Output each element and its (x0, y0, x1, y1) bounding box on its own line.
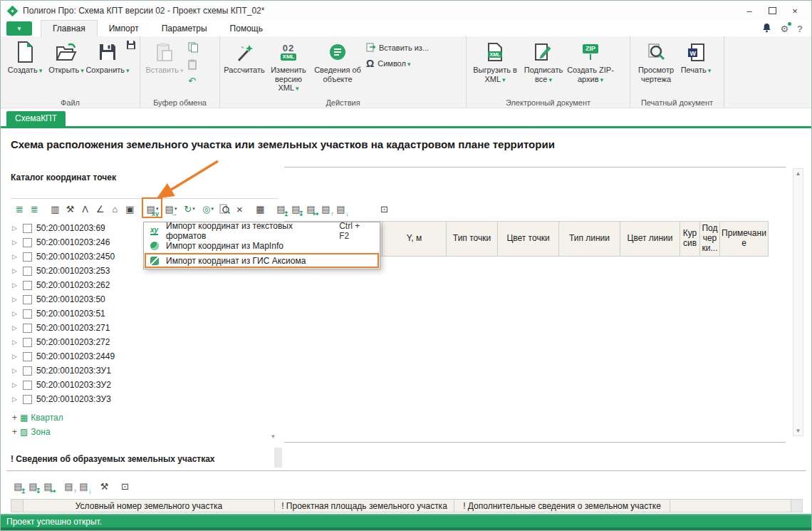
expander-icon[interactable]: ▷ (12, 367, 19, 374)
plus-icon[interactable]: + (12, 427, 17, 437)
checkbox[interactable] (23, 295, 32, 304)
bell-icon[interactable] (762, 23, 771, 35)
change-xml-version-button[interactable]: 02XML Изменить версию XML (265, 38, 312, 93)
tree-item[interactable]: ▷50:20:0010203:51 (12, 306, 266, 321)
insert-from-button[interactable]: Вставить из... (366, 42, 429, 53)
paste-special-icon[interactable] (188, 59, 199, 72)
refresh-button[interactable]: ↻▾ (180, 201, 199, 217)
print-button[interactable]: W Печать (678, 38, 714, 75)
tree-item[interactable]: ▷50:20:0010203:272 (12, 335, 266, 349)
tab-pomosch[interactable]: Помощь (219, 21, 274, 36)
divider-compass-icon[interactable]: Λ (78, 201, 93, 217)
measure-icon[interactable]: ∠ (93, 201, 108, 217)
help-icon[interactable]: ? (797, 24, 803, 34)
sorted-list-icon[interactable]: ≣ (27, 201, 42, 217)
move-row-down-button[interactable]: ▤↓ (76, 478, 91, 494)
quick-save-icon[interactable] (126, 40, 136, 52)
tree-item[interactable]: ▷50:20:0010203:ЗУ3 (12, 392, 266, 406)
checkbox[interactable] (23, 381, 32, 390)
fit-view-icon[interactable]: ⊡ (377, 201, 392, 217)
hammer-icon[interactable]: ⚒ (63, 201, 78, 217)
checkbox[interactable] (23, 366, 32, 376)
checkbox[interactable] (23, 395, 32, 404)
sign-all-button[interactable]: Подписать все (520, 38, 567, 83)
scroll-down-arrow[interactable]: ▼ (796, 426, 801, 435)
expander-icon[interactable]: ▷ (12, 396, 19, 403)
expander-icon[interactable]: ▷ (12, 353, 19, 360)
expander-icon[interactable]: ▷ (12, 267, 19, 274)
tree-item-kvartal[interactable]: +▦Квартал (12, 411, 266, 425)
save-button[interactable]: Сохранить (87, 38, 128, 75)
expander-icon[interactable]: ▷ (12, 381, 19, 388)
tab-import[interactable]: Импорт (98, 21, 150, 36)
symbol-button[interactable]: Ω Символ (366, 58, 429, 69)
home-icon[interactable]: ⌂ (108, 201, 123, 217)
checkbox[interactable] (23, 352, 32, 361)
import-coordinates-alt-button[interactable]: ▤→▾ (162, 201, 180, 217)
expander-icon[interactable]: ▷ (12, 296, 19, 303)
abacus-icon[interactable]: ▥ (48, 201, 63, 217)
tree-item[interactable]: ▷50:20:0010203:50 (12, 292, 266, 306)
paste-button[interactable]: Вставить (144, 38, 185, 75)
tab-shema-kpt[interactable]: СхемаКПТ (6, 111, 66, 126)
tree-item[interactable]: ▷50:20:0010203:ЗУ1 (12, 364, 266, 378)
expander-icon[interactable]: ▷ (12, 225, 19, 232)
scroll-down-arrow[interactable]: ▼ (269, 432, 278, 441)
plus-icon[interactable]: + (12, 413, 17, 423)
copy-icon[interactable] (188, 42, 199, 55)
checkbox[interactable] (23, 252, 32, 262)
undo-icon[interactable]: ↶ (188, 76, 199, 86)
open-button[interactable]: Открыть (46, 38, 87, 75)
minimize-button[interactable]: – (740, 4, 759, 17)
checkbox[interactable] (23, 238, 32, 247)
tree-item[interactable]: ▷50:20:0010203:ЗУ2 (12, 378, 266, 392)
object-info-button[interactable]: Сведения об объекте (312, 38, 363, 83)
calculate-button[interactable]: Рассчитать (224, 38, 265, 75)
menu-item-import-text[interactable]: xy Импорт координат из текстовых формато… (145, 223, 379, 238)
expander-icon[interactable]: ▷ (12, 282, 19, 289)
checkbox[interactable] (23, 324, 32, 333)
tree-item[interactable]: ▷50:20:0010203:2449 (12, 349, 266, 364)
create-zip-button[interactable]: ZIP Создать ZIP-архив (567, 38, 614, 83)
locate-point-button[interactable]: ◎▾ (199, 201, 217, 217)
export-xml-button[interactable]: XML Выгрузить в XML (470, 38, 520, 83)
insert-row-below-button[interactable]: ▤↧ (288, 201, 303, 217)
new-button[interactable]: Создать (4, 38, 46, 75)
page-preview-icon[interactable] (217, 201, 232, 217)
move-row-down-button[interactable]: ▤↓ (333, 201, 348, 217)
preview-drawing-button[interactable]: Просмотр чертежа (634, 38, 678, 83)
copy-pages-icon[interactable]: ▣ (123, 201, 137, 217)
delete-icon[interactable]: × (232, 201, 247, 217)
insert-row-end-button[interactable]: ▤↦ (41, 478, 56, 494)
app-menu-button[interactable]: ▼ (6, 21, 32, 36)
tree-item[interactable]: ▷50:20:0010203:262 (12, 278, 266, 292)
vertical-scrollbar[interactable]: ▲ ▼ (793, 168, 803, 436)
tools-icon[interactable]: ⚒ (97, 478, 112, 494)
insert-row-below-button[interactable]: ▤↧ (26, 478, 41, 494)
gear-icon[interactable]: ⚙ (780, 24, 788, 34)
expander-icon[interactable]: ▷ (12, 310, 19, 317)
scroll-up-arrow[interactable]: ▲ (796, 169, 801, 178)
tab-parametry[interactable]: Параметры (150, 21, 219, 36)
tree-item[interactable]: ▷50:20:0010203:271 (12, 321, 266, 335)
checkbox[interactable] (23, 267, 32, 276)
maximize-button[interactable] (763, 4, 781, 17)
menu-item-import-aksioma[interactable]: Импорт координат из ГИС Аксиома (145, 253, 379, 268)
insert-row-end-button[interactable]: ▤↦ (303, 201, 318, 217)
insert-row-above-button[interactable]: ▤↥ (274, 201, 288, 217)
table-icon[interactable]: ▦ (253, 201, 268, 217)
fit-view-icon[interactable]: ⊡ (118, 478, 132, 494)
tree-item-zona[interactable]: +▨Зона (12, 425, 266, 439)
checkbox[interactable] (23, 224, 32, 233)
numbered-list-icon[interactable]: ≣ (12, 201, 27, 217)
expander-icon[interactable]: ▷ (12, 253, 19, 260)
move-row-up-button[interactable]: ▤↑ (61, 478, 76, 494)
expander-icon[interactable]: ▷ (12, 324, 19, 331)
checkbox[interactable] (23, 281, 32, 290)
close-button[interactable]: × (786, 4, 804, 17)
insert-row-above-button[interactable]: ▤↥ (11, 478, 26, 494)
checkbox[interactable] (23, 309, 32, 319)
checkbox[interactable] (23, 338, 32, 347)
menu-item-import-mapinfo[interactable]: Импорт координат из MapInfo (145, 238, 379, 253)
move-row-up-button[interactable]: ▤↑ (318, 201, 333, 217)
